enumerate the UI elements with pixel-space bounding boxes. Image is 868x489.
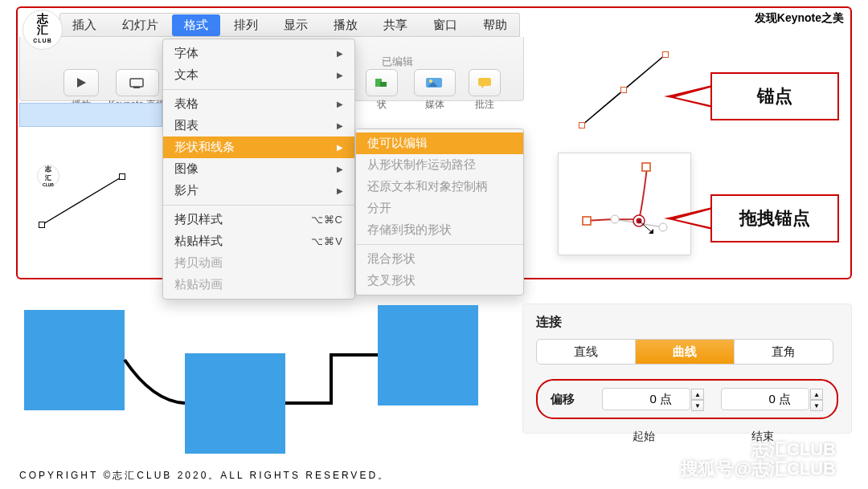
- comment-button[interactable]: [469, 69, 501, 96]
- offset-label: 偏移: [551, 392, 575, 407]
- menu-幻灯片[interactable]: 幻灯片: [110, 14, 170, 36]
- callout-drag-anchor: 拖拽锚点: [710, 194, 839, 242]
- svg-rect-4: [380, 82, 387, 87]
- copyright-footer: COPYRIGHT ©志汇CLUB 2020。ALL RIGHTS RESERV…: [19, 469, 390, 483]
- submenu-item-存储到我的形状: 存储到我的形状: [356, 219, 523, 241]
- shape-label: 状: [377, 98, 387, 112]
- menu-共享[interactable]: 共享: [371, 14, 420, 36]
- keynote-live-button[interactable]: [116, 69, 159, 96]
- submenu-item-还原文本和对象控制柄: 还原文本和对象控制柄: [356, 176, 523, 198]
- callout-anchor: 锚点: [710, 72, 839, 120]
- stepper[interactable]: ▲▼: [810, 389, 823, 411]
- line-with-red-anchors: [572, 45, 677, 133]
- menu-item-表格[interactable]: 表格▶: [163, 93, 354, 115]
- logo-club: CLUB: [33, 35, 51, 47]
- line-with-anchors-small: [35, 159, 132, 231]
- menu-item-拷贝样式[interactable]: 拷贝样式⌥⌘C: [163, 209, 354, 230]
- submenu-item-分开: 分开: [356, 198, 523, 219]
- svg-point-25: [695, 446, 702, 454]
- callout-arrow: [664, 202, 712, 234]
- anchor-handle[interactable]: [39, 222, 45, 228]
- svg-point-17: [611, 215, 619, 223]
- connection-panel: 连接 直线曲线直角 偏移 0 点 ▲▼ 起始 0 点 ▲▼ 结束: [522, 304, 852, 434]
- svg-marker-9: [481, 86, 485, 88]
- segment-直角[interactable]: 直角: [735, 340, 833, 364]
- anchor-handle[interactable]: [662, 51, 669, 58]
- stepper[interactable]: ▲▼: [691, 389, 704, 411]
- menu-帮助[interactable]: 帮助: [471, 14, 519, 36]
- slide-thumbnail-selection[interactable]: [19, 103, 162, 127]
- segment-曲线[interactable]: 曲线: [636, 340, 735, 364]
- offset-row-highlight: 偏移 0 点 ▲▼ 起始 0 点 ▲▼ 结束: [536, 379, 838, 419]
- menu-item-形状和线条[interactable]: 形状和线条▶: [163, 137, 354, 158]
- segment-直线[interactable]: 直线: [537, 340, 636, 364]
- menu-显示[interactable]: 显示: [272, 14, 320, 36]
- menu-item-粘贴动画: 粘贴动画: [163, 274, 354, 295]
- comment-label: 批注: [475, 98, 494, 112]
- submenu-item-交叉形状: 交叉形状: [356, 270, 523, 291]
- callout-arrow: [664, 80, 712, 112]
- watermark-2: 搜狐号@志汇CLUB: [681, 457, 836, 481]
- submenu-item-从形状制作运动路径: 从形状制作运动路径: [356, 154, 523, 176]
- logo-l2: 汇: [37, 24, 48, 35]
- svg-rect-15: [583, 217, 591, 225]
- club-logo: 志 汇 CLUB: [23, 10, 63, 50]
- connection-type-segmented[interactable]: 直线曲线直角: [536, 339, 833, 365]
- menu-插入[interactable]: 插入: [60, 14, 108, 36]
- offset-end-input[interactable]: 0 点 ▲▼: [721, 388, 809, 410]
- offset-start-caption: 起始: [633, 430, 655, 444]
- menu-item-粘贴样式[interactable]: 粘贴样式⌥⌘V: [163, 230, 354, 252]
- anchor-handle[interactable]: [119, 173, 125, 180]
- menu-item-拷贝动画: 拷贝动画: [163, 252, 354, 274]
- offset-start-input[interactable]: 0 点 ▲▼: [602, 388, 690, 410]
- svg-rect-2: [133, 87, 140, 88]
- play-button[interactable]: [63, 69, 99, 96]
- svg-rect-14: [642, 163, 650, 171]
- shape-button[interactable]: [366, 69, 398, 96]
- svg-marker-0: [77, 78, 86, 88]
- media-button[interactable]: [414, 69, 456, 96]
- submenu-item-使可以编辑[interactable]: 使可以编辑: [356, 132, 523, 154]
- menu-窗口[interactable]: 窗口: [421, 14, 469, 36]
- menu-格式[interactable]: 格式: [172, 14, 220, 36]
- edited-indicator: 已编辑: [382, 55, 413, 69]
- media-label: 媒体: [425, 98, 444, 112]
- shapes-lines-submenu: 使可以编辑从形状制作运动路径还原文本和对象控制柄分开存储到我的形状混合形状交叉形…: [355, 128, 524, 295]
- connector-example: [16, 305, 502, 458]
- menu-item-文本[interactable]: 文本▶: [163, 64, 354, 86]
- menu-排列[interactable]: 排列: [222, 14, 270, 36]
- format-menu-dropdown: 字体▶文本▶表格▶图表▶形状和线条▶图像▶影片▶拷贝样式⌥⌘C粘贴样式⌥⌘V拷贝…: [162, 39, 355, 300]
- menu-item-图表[interactable]: 图表▶: [163, 115, 354, 137]
- tagline: 发现Keynote之美: [755, 11, 844, 26]
- svg-rect-8: [478, 78, 491, 86]
- app-menubar: 插入幻灯片格式排列显示播放共享窗口帮助: [59, 13, 520, 37]
- menu-item-图像[interactable]: 图像▶: [163, 158, 354, 180]
- menu-播放[interactable]: 播放: [321, 14, 370, 36]
- menu-item-字体[interactable]: 字体▶: [163, 43, 354, 64]
- logo-l1: 志: [37, 13, 48, 24]
- anchor-handle[interactable]: [620, 87, 627, 93]
- svg-rect-1: [130, 79, 143, 87]
- panel-title: 连接: [536, 314, 838, 331]
- submenu-item-混合形状: 混合形状: [356, 248, 523, 270]
- anchor-handle[interactable]: [579, 122, 585, 128]
- menu-item-影片[interactable]: 影片▶: [163, 180, 354, 202]
- svg-point-6: [429, 79, 432, 83]
- svg-line-10: [42, 177, 122, 225]
